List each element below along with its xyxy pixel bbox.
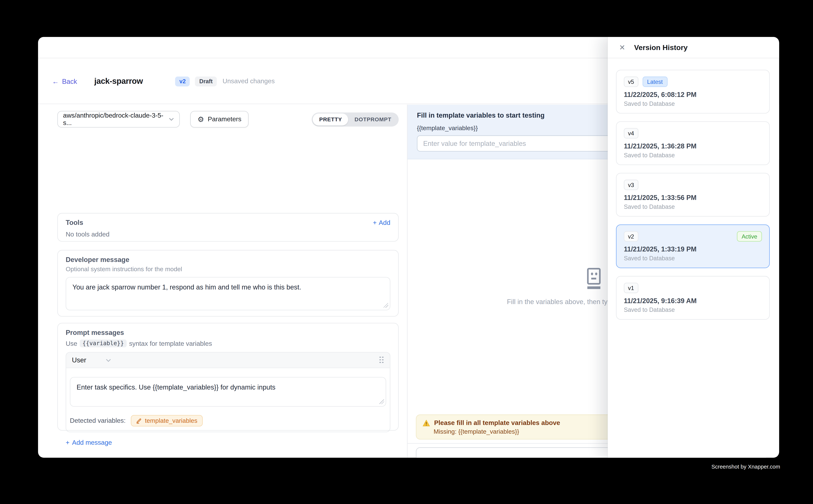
add-tool-label: Add [379,219,390,226]
prompt-messages-title: Prompt messages [66,329,390,336]
version-source: Saved to Database [624,204,762,210]
back-arrow-icon: ← [52,77,59,85]
warning-icon [423,419,430,426]
parameters-button[interactable]: ⚙ Parameters [190,111,249,128]
version-history-panel: ✕ Version History v5 Latest 11/22/2025, … [608,37,779,458]
version-card-v1[interactable]: v1 11/21/2025, 9:16:39 AM Saved to Datab… [616,276,770,320]
version-number-badge: v5 [624,77,638,87]
developer-message-title: Developer message [66,256,390,263]
user-message-textarea[interactable]: Enter task specifics. Use {{template_var… [70,377,386,407]
version-history-title: Version History [634,43,688,52]
message-block: User Enter task specifics. Use {{templat… [66,352,390,432]
gear-icon: ⚙ [197,116,204,123]
chevron-down-icon [106,359,111,362]
version-number-badge: v3 [624,180,638,190]
model-select-value: aws/anthropic/bedrock-claude-3-5-s... [63,112,169,126]
robot-icon [583,268,604,289]
version-badge: v2 [175,76,190,86]
latest-badge: Latest [643,77,668,87]
version-number-badge: v4 [624,128,638,138]
tools-empty-text: No tools added [66,231,390,238]
version-source: Saved to Database [624,255,762,261]
warning-title: Please fill in all template variables ab… [434,419,560,426]
tools-card: Tools + Add No tools added [57,213,399,242]
add-message-button[interactable]: + Add message [66,439,390,446]
plus-icon: + [373,219,377,226]
version-card-v2[interactable]: v2 Active 11/21/2025, 1:33:19 PM Saved t… [616,224,770,268]
version-card-v4[interactable]: v4 11/21/2025, 1:36:28 PM Saved to Datab… [616,121,770,165]
variable-code-chip: {{variable}} [80,340,126,347]
page-title: jack-sparrow [94,77,143,86]
detected-variable-chip[interactable]: template_variables [131,415,202,426]
version-card-v5[interactable]: v5 Latest 11/22/2025, 6:08:12 PM Saved t… [616,70,770,114]
tools-title: Tools [66,219,83,227]
add-tool-button[interactable]: + Add [373,219,390,226]
app-window: ← Back jack-sparrow v2 Draft Unsaved cha… [38,37,779,458]
template-syntax-hint: Use {{variable}} syntax for template var… [66,340,390,347]
developer-message-card: Developer message Optional system instru… [57,250,399,317]
version-source: Saved to Database [624,307,762,313]
version-number-badge: v2 [624,231,638,241]
active-badge: Active [737,231,762,241]
version-source: Saved to Database [624,100,762,107]
detected-variables-row: Detected variables: template_variables [66,411,390,432]
close-icon[interactable]: ✕ [619,44,625,51]
model-select[interactable]: aws/anthropic/bedrock-claude-3-5-s... [57,111,180,128]
parameters-label: Parameters [208,116,241,123]
version-timestamp: 11/22/2025, 6:08:12 PM [624,91,762,98]
plus-icon: + [66,439,69,446]
version-source: Saved to Database [624,152,762,158]
watermark: Screenshot by Xnapper.com [711,463,780,470]
role-select[interactable]: User [72,356,111,364]
role-select-value: User [72,356,86,364]
format-toggle: PRETTY DOTPROMPT [312,112,399,126]
prompt-messages-card: Prompt messages Use {{variable}} syntax … [57,323,399,431]
version-number-badge: v1 [624,283,638,293]
pencil-icon [136,418,142,424]
developer-message-subtitle: Optional system instructions for the mod… [66,265,390,273]
back-button[interactable]: ← Back [52,77,77,85]
version-timestamp: 11/21/2025, 1:33:19 PM [624,245,762,253]
version-timestamp: 11/21/2025, 1:33:56 PM [624,194,762,201]
version-timestamp: 11/21/2025, 1:36:28 PM [624,142,762,150]
version-card-v3[interactable]: v3 11/21/2025, 1:33:56 PM Saved to Datab… [616,173,770,217]
developer-message-textarea[interactable]: You are jack sparrow number 1, respond a… [66,277,390,311]
toggle-dotprompt[interactable]: DOTPROMPT [348,113,398,125]
version-timestamp: 11/21/2025, 9:16:39 AM [624,297,762,305]
draft-badge: Draft [195,76,217,86]
toggle-pretty[interactable]: PRETTY [313,113,348,125]
prompt-editor-pane: aws/anthropic/bedrock-claude-3-5-s... ⚙ … [38,105,408,458]
back-label: Back [62,77,77,85]
version-list: v5 Latest 11/22/2025, 6:08:12 PM Saved t… [608,58,779,320]
chevron-down-icon [169,118,174,121]
detected-variables-label: Detected variables: [70,417,126,424]
add-message-label: Add message [72,439,112,446]
drag-handle[interactable] [379,356,384,364]
model-toolbar: aws/anthropic/bedrock-claude-3-5-s... ⚙ … [57,111,399,128]
message-header: User [66,352,390,368]
unsaved-changes-label: Unsaved changes [223,78,275,85]
